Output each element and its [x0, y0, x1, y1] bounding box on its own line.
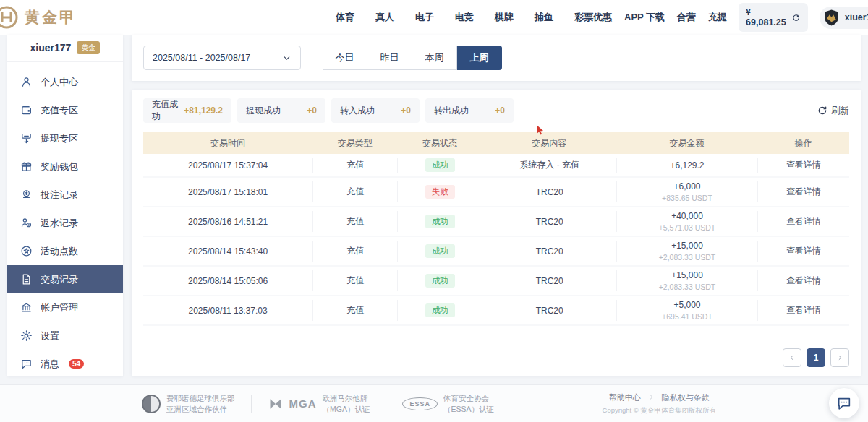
table-row: 2025/08/17 15:18:01 充值 失败 TRC20 +6,000 +… [143, 178, 849, 207]
view-details-link[interactable]: 查看详情 [758, 159, 849, 171]
sidebar-item[interactable]: 投注记录 [7, 181, 123, 209]
content-region: xiuer177 黄金 个人中心 充值专区 [0, 35, 868, 384]
view-details-link[interactable]: 查看详情 [758, 245, 849, 257]
sidebar-item[interactable]: 奖励钱包 [7, 152, 123, 181]
summary-row: 充值成功 +81,129.2 提现成功 +0 转入成功 +0 [143, 98, 849, 123]
refresh-button[interactable]: 刷新 [817, 105, 849, 117]
table-row: 2025/08/16 14:51:21 充值 成功 TRC20 +40,000 … [143, 207, 849, 237]
period-tab[interactable]: 本周 [412, 46, 457, 70]
help-center-link[interactable]: 帮助中心 [609, 392, 641, 403]
next-page-button[interactable] [830, 348, 849, 367]
cert-line: 费耶诺德足球俱乐部 [166, 394, 235, 403]
cert-feyenoord: 费耶诺德足球俱乐部 亚洲区域合作伙伴 [142, 394, 235, 413]
status-badge: 成功 [425, 274, 455, 288]
nav-item[interactable]: 真人 [375, 11, 394, 24]
period-tab[interactable]: 上周 [457, 46, 502, 70]
cell-amount: +40,000 +5,571.03 USDT [616, 211, 757, 232]
sidebar-item[interactable]: 个人中心 [7, 68, 123, 96]
cell-type: 充值 [312, 241, 397, 262]
quick-links: 优惠APP 下载合营充提 [593, 11, 727, 24]
summary-card: 转出成功 +0 [425, 98, 514, 123]
summary-label: 充值成功 [152, 98, 184, 123]
sidebar-item[interactable]: 交易记录 [7, 265, 123, 293]
cell-action: 查看详情 [757, 300, 849, 321]
prev-page-button[interactable] [783, 348, 801, 367]
cell-type: 充值 [312, 181, 397, 202]
live-chat-button[interactable] [829, 388, 859, 418]
sidebar-item[interactable]: 活动点数 [7, 237, 123, 265]
balance-pill[interactable]: ¥ 69,081.25 [739, 3, 808, 32]
table-header: 交易时间交易类型交易状态交易内容交易金额操作 [143, 132, 849, 154]
cell-action: 查看详情 [757, 241, 849, 262]
privacy-terms-link[interactable]: 隐私权与条款 [662, 392, 710, 403]
cell-type: 充值 [312, 158, 397, 173]
view-details-link[interactable]: 查看详情 [758, 186, 849, 198]
quick-link[interactable]: APP 下载 [624, 11, 665, 24]
amount-usdt: +2,083.33 USDT [617, 283, 757, 291]
cell-type: 充值 [312, 270, 397, 291]
current-page-button[interactable]: 1 [807, 348, 825, 367]
nav-item[interactable]: 捕鱼 [535, 11, 553, 24]
quick-link[interactable]: 合营 [677, 11, 696, 24]
column-header: 交易金额 [616, 137, 757, 150]
summary-card: 提现成功 +0 [237, 98, 326, 123]
sidebar-item-icon [20, 217, 33, 229]
refresh-label: 刷新 [831, 105, 849, 117]
view-details-link[interactable]: 查看详情 [758, 304, 849, 316]
date-range-select[interactable]: 2025/08/11 - 2025/08/17 [143, 46, 301, 70]
sidebar-item[interactable]: 消息 54 [7, 350, 123, 378]
refresh-balance-icon[interactable] [792, 13, 800, 22]
cert-line: （ESSA）认证 [443, 405, 494, 414]
summary-value: +0 [307, 106, 317, 116]
nav-item[interactable]: 彩票 [574, 11, 593, 24]
view-details-link[interactable]: 查看详情 [758, 215, 849, 228]
header-right: 优惠APP 下载合营充提 ¥ 69,081.25 xiuer177 [593, 3, 868, 32]
nav-item[interactable]: 体育 [336, 11, 354, 24]
column-header: 操作 [757, 137, 849, 150]
nav-item[interactable]: 棋牌 [495, 11, 514, 24]
sidebar-item[interactable]: 提现专区 [7, 124, 123, 152]
sidebar-item-icon [20, 76, 33, 88]
user-menu[interactable]: xiuer177 [820, 7, 868, 29]
sidebar-item[interactable]: 设置 [7, 322, 123, 350]
sidebar-item-icon [20, 358, 33, 370]
amount-usdt: +5,571.03 USDT [617, 223, 757, 232]
nav-item[interactable]: 电子 [415, 11, 434, 24]
period-tab[interactable]: 昨日 [367, 46, 412, 70]
mouse-cursor-icon [536, 125, 544, 135]
status-badge: 成功 [425, 215, 455, 228]
column-header: 交易时间 [143, 137, 312, 150]
sidebar-item-label: 活动点数 [41, 245, 78, 258]
sidebar-item-label: 奖励钱包 [41, 160, 78, 173]
cell-type: 充值 [312, 300, 397, 321]
column-header: 交易类型 [312, 137, 397, 150]
status-badge: 成功 [425, 158, 455, 172]
sidebar-item-label: 提现专区 [41, 132, 78, 145]
cell-amount: +6,129.2 [616, 158, 757, 173]
sidebar-menu: 个人中心 充值专区 提现专区 [7, 62, 123, 378]
sidebar-item-icon [20, 245, 33, 257]
summary-label: 提现成功 [246, 105, 281, 117]
username: xiuer177 [845, 12, 868, 22]
sidebar-item[interactable]: 充值专区 [7, 96, 123, 124]
sidebar-item[interactable]: 帐户管理 [7, 293, 123, 322]
cell-time: 2025/08/14 15:43:40 [143, 241, 312, 262]
quick-link[interactable]: 充提 [708, 11, 727, 24]
cell-action: 查看详情 [757, 211, 849, 232]
brand[interactable]: 黄金甲 [0, 4, 109, 31]
chevron-left-icon [788, 354, 796, 361]
divider [251, 395, 252, 413]
view-details-link[interactable]: 查看详情 [758, 275, 849, 287]
sidebar-item[interactable]: 返水记录 [7, 209, 123, 237]
status-badge: 成功 [425, 303, 455, 317]
period-tab[interactable]: 今日 [323, 46, 367, 70]
summary-value: +0 [495, 106, 505, 116]
nav-item[interactable]: 电竞 [455, 11, 474, 24]
amount-main: +6,000 [617, 181, 757, 191]
quick-link[interactable]: 优惠 [593, 11, 612, 24]
sidebar-item-label: 帐户管理 [41, 301, 78, 314]
cert-line: 体育安全协会 [443, 394, 494, 403]
footer: 费耶诺德足球俱乐部 亚洲区域合作伙伴 MGA 欧洲马尔他牌 （MGA）认证 ES… [0, 384, 868, 422]
unread-count-badge: 54 [69, 359, 84, 369]
status-badge: 失败 [425, 185, 455, 199]
